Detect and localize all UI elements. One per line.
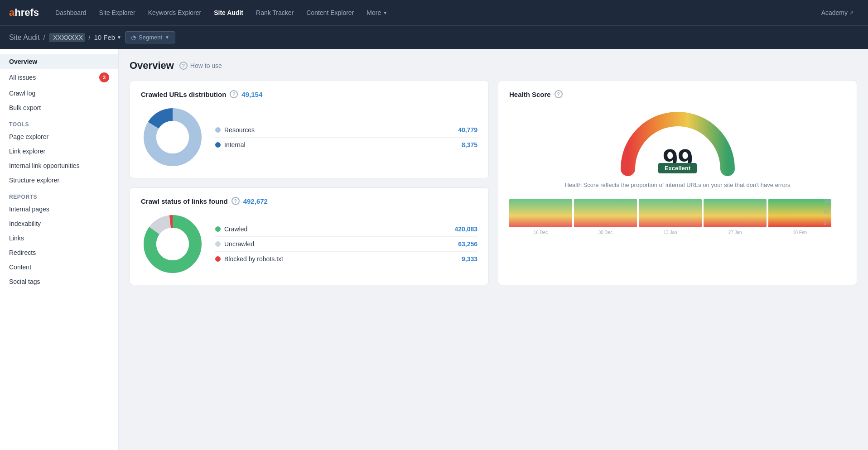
crawled-urls-card: Crawled URLs distribution ? 49,154 — [130, 81, 489, 178]
nav-content-explorer[interactable]: Content Explorer — [301, 5, 359, 20]
question-icon: ? — [179, 62, 188, 70]
breadcrumb-bar: Site Audit / XXXXXXX / 10 Feb ▼ ◔ Segmen… — [0, 25, 868, 49]
crawl-status-card: Crawl status of links found ? 492,672 — [130, 187, 489, 285]
breadcrumb-base: Site Audit — [9, 34, 40, 42]
bar-13jan — [639, 199, 702, 227]
bar-col-10feb: 10 Feb — [768, 199, 831, 235]
top-navigation: ahrefs Dashboard Site Explorer Keywords … — [0, 0, 868, 25]
sidebar-item-page-explorer[interactable]: Page explorer — [0, 129, 118, 144]
sidebar-item-content[interactable]: Content — [0, 260, 118, 274]
sidebar-section-reports: Reports — [0, 187, 118, 202]
uncrawled-count: 63,256 — [458, 240, 477, 248]
bar-30dec — [574, 199, 637, 227]
nav-keywords-explorer[interactable]: Keywords Explorer — [143, 5, 207, 20]
svg-point-2 — [156, 121, 189, 153]
sidebar-section-tools: Tools — [0, 115, 118, 129]
all-issues-badge: 3 — [99, 72, 109, 82]
sidebar-item-internal-link-opportunities[interactable]: Internal link opportunities — [0, 158, 118, 173]
bar-col-30dec: 30 Dec — [574, 199, 637, 235]
crawled-urls-chart-section: Resources 40,779 Internal 8,375 — [141, 105, 477, 169]
nav-rank-tracker[interactable]: Rank Tracker — [251, 5, 299, 20]
how-to-use-link[interactable]: ? How to use — [179, 62, 222, 70]
excellent-badge: Excellent — [658, 163, 697, 173]
page-header: Overview ? How to use — [130, 60, 857, 72]
bar-chart: 16 Dec 30 Dec 13 Jan — [509, 199, 831, 235]
segment-button[interactable]: ◔ Segment ▼ — [125, 31, 175, 43]
sidebar-item-social-tags[interactable]: Social tags — [0, 274, 118, 289]
nav-academy[interactable]: Academy ↗ — [816, 5, 859, 20]
legend-blocked: Blocked by robots.txt 9,333 — [215, 252, 477, 266]
crawled-count: 420,083 — [454, 225, 477, 233]
content-area: Overview ? How to use Crawled URLs distr… — [119, 49, 868, 450]
nav-dashboard[interactable]: Dashboard — [50, 5, 92, 20]
sidebar-item-structure-explorer[interactable]: Structure explorer — [0, 173, 118, 187]
internal-count: 8,375 — [462, 141, 477, 148]
crawl-status-legend: Crawled 420,083 Uncrawled 63,256 — [215, 222, 477, 266]
health-gauge: 99 Excellent — [509, 105, 846, 172]
bar-col-16dec: 16 Dec — [509, 199, 572, 235]
crawled-dot — [215, 226, 221, 232]
legend-crawled: Crawled 420,083 — [215, 222, 477, 237]
sidebar-item-links[interactable]: Links — [0, 231, 118, 245]
crawled-urls-legend: Resources 40,779 Internal 8,375 — [215, 123, 477, 152]
sidebar-item-bulk-export[interactable]: Bulk export — [0, 101, 118, 115]
crawl-status-donut — [141, 212, 204, 276]
logo[interactable]: ahrefs — [9, 7, 39, 19]
blocked-dot — [215, 256, 221, 262]
resources-count: 40,779 — [458, 126, 477, 134]
crawl-status-total: 492,672 — [243, 197, 268, 205]
page-title: Overview — [130, 60, 174, 72]
nav-site-explorer[interactable]: Site Explorer — [94, 5, 141, 20]
health-score-description: Health Score reflects the proportion of … — [509, 181, 846, 190]
sidebar-item-overview[interactable]: Overview — [0, 54, 118, 69]
bar-col-27jan: 27 Jan — [704, 199, 767, 235]
nav-site-audit[interactable]: Site Audit — [208, 5, 249, 20]
sidebar-item-link-explorer[interactable]: Link explorer — [0, 144, 118, 158]
health-history-chart: 16 Dec 30 Dec 13 Jan — [509, 195, 846, 235]
sidebar-item-crawl-log[interactable]: Crawl log — [0, 86, 118, 101]
bar-col-13jan: 13 Jan — [639, 199, 702, 235]
health-score-title: Health Score ? — [509, 90, 846, 98]
uncrawled-dot — [215, 241, 221, 247]
sidebar-item-indexability[interactable]: Indexability — [0, 216, 118, 231]
bar-10feb — [768, 199, 831, 227]
health-score-help-icon[interactable]: ? — [555, 90, 563, 98]
main-layout: Overview All issues 3 Crawl log Bulk exp… — [0, 49, 868, 450]
bar-16dec — [509, 199, 572, 227]
sidebar: Overview All issues 3 Crawl log Bulk exp… — [0, 49, 119, 450]
crawl-status-help-icon[interactable]: ? — [231, 197, 240, 205]
sidebar-item-redirects[interactable]: Redirects — [0, 245, 118, 260]
pie-icon: ◔ — [131, 34, 136, 41]
internal-dot — [215, 142, 221, 148]
health-score-card: Health Score ? — [498, 81, 857, 285]
chevron-down-icon: ▼ — [383, 10, 387, 15]
legend-resources: Resources 40,779 — [215, 123, 477, 138]
crawled-urls-title: Crawled URLs distribution ? 49,154 — [141, 90, 477, 98]
breadcrumb-date[interactable]: 10 Feb ▼ — [94, 34, 121, 41]
external-link-icon: ↗ — [849, 10, 854, 16]
sidebar-item-internal-pages[interactable]: Internal pages — [0, 202, 118, 216]
crawl-status-title: Crawl status of links found ? 492,672 — [141, 197, 477, 205]
legend-uncrawled: Uncrawled 63,256 — [215, 237, 477, 252]
chevron-down-icon: ▼ — [117, 35, 121, 40]
blocked-count: 9,333 — [462, 255, 477, 263]
breadcrumb-project[interactable]: XXXXXXX — [49, 33, 85, 42]
bar-27jan — [704, 199, 767, 227]
cards-row: Crawled URLs distribution ? 49,154 — [130, 81, 857, 285]
crawled-urls-donut — [141, 105, 204, 169]
svg-point-6 — [156, 228, 189, 260]
legend-internal: Internal 8,375 — [215, 138, 477, 152]
sidebar-item-all-issues[interactable]: All issues 3 — [0, 69, 118, 86]
crawled-urls-total: 49,154 — [241, 91, 262, 98]
crawl-status-chart-section: Crawled 420,083 Uncrawled 63,256 — [141, 212, 477, 276]
resources-dot — [215, 127, 221, 133]
crawled-urls-help-icon[interactable]: ? — [230, 90, 238, 98]
chevron-down-icon: ▼ — [165, 35, 169, 40]
nav-more[interactable]: More ▼ — [361, 5, 393, 20]
